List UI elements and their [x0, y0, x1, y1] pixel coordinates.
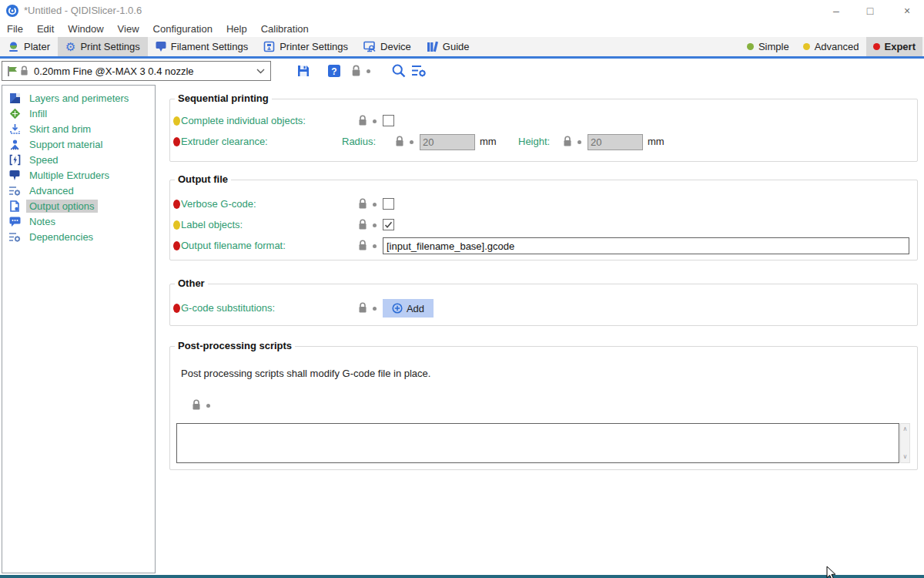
settings-list-icon[interactable]: [411, 64, 427, 78]
menu-configuration[interactable]: Configuration: [146, 22, 219, 37]
lock-icon[interactable]: [192, 399, 201, 411]
scrollbar[interactable]: ∧ ∨: [900, 423, 910, 463]
modified-bullet-icon: [173, 116, 180, 126]
mode-expert[interactable]: Expert: [866, 37, 922, 56]
tab-plater[interactable]: Plater: [0, 37, 58, 56]
menu-edit[interactable]: Edit: [30, 22, 61, 37]
revert-dot-icon: [373, 307, 377, 311]
setting-label: Extruder clearance:: [181, 136, 268, 147]
sidebar-item-multiple-extruders[interactable]: Multiple Extruders: [2, 167, 155, 183]
revert-dot-icon: [578, 140, 581, 144]
speed-icon: [8, 153, 21, 166]
menu-calibration[interactable]: Calibration: [254, 22, 316, 37]
tab-print-settings[interactable]: ⚙ Print Settings: [58, 37, 148, 56]
device-icon: [363, 41, 376, 52]
sidebar-item-label: Output options: [26, 200, 98, 213]
sidebar-item-label: Dependencies: [26, 230, 96, 244]
section-title: Output file: [175, 173, 231, 185]
modified-bullet-icon: [173, 304, 180, 313]
revert-dot-icon: [373, 244, 377, 248]
setting-label: Verbose G-code:: [181, 198, 256, 210]
add-substitution-button[interactable]: Add: [383, 299, 434, 318]
infill-icon: [8, 107, 21, 119]
modified-bullet-icon: [173, 220, 180, 230]
output-options-icon: [8, 200, 21, 212]
sidebar-item-layers-and-perimeters[interactable]: Layers and perimeters: [2, 90, 155, 106]
printer-icon: [263, 41, 275, 52]
unit-label: mm: [648, 136, 665, 147]
verbose-gcode-checkbox[interactable]: [383, 198, 394, 210]
title-bar: *Untitled - QIDISlicer-1.0.6 – □ ×: [0, 0, 924, 22]
preset-lock-icon: [20, 66, 28, 76]
section-title: Sequential printing: [175, 92, 272, 104]
tab-guide[interactable]: Guide: [419, 37, 477, 56]
notes-icon: [8, 215, 21, 227]
tab-printer-settings[interactable]: Printer Settings: [256, 37, 356, 56]
sidebar-item-infill[interactable]: Infill: [2, 106, 155, 121]
sidebar-item-support-material[interactable]: Support material: [2, 136, 155, 152]
menu-window[interactable]: Window: [61, 22, 110, 37]
menu-help[interactable]: Help: [219, 22, 254, 37]
save-preset-icon[interactable]: [296, 63, 311, 79]
revert-dot-icon: [373, 223, 377, 227]
setting-label: Complete individual objects:: [181, 115, 306, 126]
post-processing-scripts-textarea[interactable]: [176, 423, 899, 463]
revert-dot-icon: [373, 119, 377, 123]
advanced-mode-dot-icon: [803, 43, 810, 50]
window-bottom-accent: [0, 575, 924, 578]
lock-icon[interactable]: [395, 136, 404, 147]
tab-filament-settings[interactable]: Filament Settings: [148, 37, 256, 56]
lock-icon[interactable]: [358, 240, 367, 251]
label-objects-checkbox[interactable]: [383, 219, 394, 230]
scroll-up-icon[interactable]: ∧: [901, 425, 909, 433]
sidebar-item-skirt-and-brim[interactable]: Skirt and brim: [2, 121, 155, 136]
mode-advanced[interactable]: Advanced: [796, 37, 866, 56]
tab-label: Print Settings: [80, 41, 139, 52]
scroll-down-icon[interactable]: ∨: [901, 453, 909, 461]
lock-icon[interactable]: [358, 302, 367, 314]
dependencies-gear-icon: [8, 230, 21, 243]
tab-device[interactable]: Device: [356, 37, 419, 56]
sidebar-item-advanced[interactable]: Advanced: [2, 183, 155, 198]
lock-icon[interactable]: [358, 198, 367, 210]
section-title: Other: [175, 277, 208, 289]
tab-label: Printer Settings: [280, 41, 348, 52]
lock-icon[interactable]: [563, 136, 572, 147]
tab-label: Filament Settings: [171, 41, 248, 52]
menu-view[interactable]: View: [111, 22, 146, 37]
lock-icon[interactable]: [358, 115, 367, 126]
simple-mode-dot-icon: [747, 43, 754, 50]
post-processing-description: Post processing scripts shall modify G-c…: [181, 368, 430, 379]
guide-books-icon: [427, 41, 438, 52]
minimize-button[interactable]: –: [821, 0, 852, 22]
revert-dot-icon: [367, 69, 370, 73]
sidebar-item-output-options[interactable]: Output options: [2, 198, 155, 213]
sidebar-item-label: Skirt and brim: [26, 123, 94, 136]
preset-dropdown[interactable]: 0.20mm Fine @X-MAX 3 0.4 nozzle: [2, 61, 271, 81]
plus-circle-icon: [392, 303, 403, 314]
height-label: Height:: [518, 136, 550, 147]
sidebar-item-dependencies[interactable]: Dependencies: [2, 229, 155, 244]
sidebar-item-speed[interactable]: Speed: [2, 152, 155, 167]
mode-simple[interactable]: Simple: [740, 37, 796, 56]
mode-switcher: Simple Advanced Expert: [740, 37, 922, 56]
extruder-clearance-radius-input: [420, 134, 475, 150]
search-icon[interactable]: [391, 63, 407, 79]
layers-icon: [8, 92, 21, 104]
lock-icon[interactable]: [351, 65, 361, 77]
output-filename-format-input[interactable]: [383, 237, 909, 254]
lock-icon[interactable]: [358, 219, 367, 230]
revert-dot-icon: [206, 404, 210, 408]
section-post-processing-scripts: Post-processing scripts Post processing …: [169, 346, 918, 470]
sidebar-item-notes[interactable]: Notes: [2, 213, 155, 229]
help-icon[interactable]: ?: [326, 63, 342, 79]
chevron-down-icon: [256, 69, 265, 74]
complete-individual-objects-checkbox[interactable]: [383, 115, 394, 126]
maximize-button[interactable]: □: [855, 0, 886, 22]
accent-underline: [0, 56, 924, 59]
menu-file[interactable]: File: [0, 22, 30, 37]
unit-label: mm: [480, 136, 497, 147]
close-button[interactable]: ×: [892, 0, 922, 22]
preset-flag-icon: [7, 66, 18, 77]
settings-category-sidebar: Layers and perimeters Infill Skirt and b…: [2, 85, 156, 573]
